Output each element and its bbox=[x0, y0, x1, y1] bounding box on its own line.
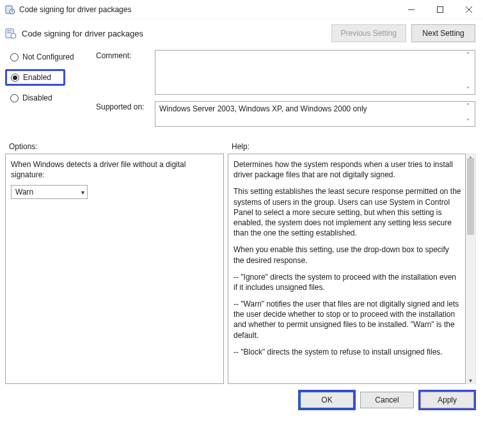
radio-icon bbox=[11, 74, 19, 82]
signature-action-select[interactable]: Warn ▾ bbox=[11, 185, 88, 199]
app-icon bbox=[5, 4, 15, 15]
radio-not-configured[interactable]: Not Configured bbox=[8, 51, 96, 63]
svg-rect-3 bbox=[437, 6, 443, 12]
supported-on-field: Windows Server 2003, Windows XP, and Win… bbox=[155, 101, 475, 127]
comment-label: Comment: bbox=[96, 50, 155, 95]
section-labels: Options: Help: bbox=[0, 138, 483, 154]
window-controls bbox=[397, 0, 483, 19]
help-heading: Help: bbox=[232, 142, 249, 151]
header: Code signing for driver packages Previou… bbox=[0, 19, 483, 50]
radio-icon bbox=[10, 53, 19, 61]
scroll-thumb[interactable] bbox=[467, 158, 474, 235]
radio-disabled[interactable]: Disabled bbox=[8, 92, 96, 104]
options-heading: Options: bbox=[9, 142, 232, 151]
supported-label: Supported on: bbox=[96, 101, 155, 127]
help-paragraph: -- "Block" directs the system to refuse … bbox=[234, 347, 461, 357]
help-paragraph: When you enable this setting, use the dr… bbox=[234, 244, 461, 265]
previous-setting-button[interactable]: Previous Setting bbox=[331, 24, 406, 42]
help-panel-wrap: Determines how the system responds when … bbox=[228, 154, 476, 384]
dialog-footer: OK Cancel Apply bbox=[0, 384, 483, 408]
top-fields: Comment: ˄ ˅ Supported on: Windows Serve… bbox=[96, 50, 475, 133]
window-title: Code signing for driver packages bbox=[19, 5, 397, 14]
help-scrollbar[interactable]: ▴ ▾ bbox=[466, 154, 476, 384]
scroll-down-icon[interactable]: ˅ bbox=[464, 86, 473, 93]
scroll-up-icon[interactable]: ˄ bbox=[464, 52, 473, 58]
panels: When Windows detects a driver file witho… bbox=[0, 154, 483, 384]
radio-enabled[interactable]: Enabled bbox=[5, 69, 65, 86]
titlebar: Code signing for driver packages bbox=[0, 0, 483, 19]
radio-icon bbox=[10, 94, 19, 102]
scroll-up-icon[interactable]: ˄ bbox=[464, 103, 473, 109]
help-paragraph: This setting establishes the least secur… bbox=[234, 186, 461, 238]
help-paragraph: Determines how the system responds when … bbox=[234, 159, 461, 180]
scroll-down-icon[interactable]: ˅ bbox=[464, 118, 473, 125]
maximize-button[interactable] bbox=[425, 0, 454, 19]
supported-value: Windows Server 2003, Windows XP, and Win… bbox=[159, 104, 367, 113]
options-panel: When Windows detects a driver file witho… bbox=[5, 154, 224, 384]
select-value: Warn bbox=[15, 188, 33, 196]
comment-input[interactable]: ˄ ˅ bbox=[155, 50, 475, 95]
radio-label: Not Configured bbox=[22, 52, 74, 61]
ok-button[interactable]: OK bbox=[300, 392, 354, 408]
svg-point-9 bbox=[11, 33, 16, 38]
help-paragraph: -- "Warn" notifies the user that files a… bbox=[234, 299, 461, 340]
page-title: Code signing for driver packages bbox=[22, 29, 326, 38]
help-paragraph: -- "Ignore" directs the system to procee… bbox=[234, 272, 461, 292]
radio-label: Enabled bbox=[23, 73, 51, 82]
cancel-button[interactable]: Cancel bbox=[360, 392, 414, 408]
options-detect-label: When Windows detects a driver file witho… bbox=[11, 159, 218, 180]
close-button[interactable] bbox=[454, 0, 483, 19]
policy-icon bbox=[5, 28, 17, 39]
scroll-down-icon[interactable]: ▾ bbox=[466, 377, 475, 384]
radio-label: Disabled bbox=[22, 93, 52, 102]
help-panel: Determines how the system responds when … bbox=[228, 154, 466, 384]
apply-button[interactable]: Apply bbox=[420, 392, 474, 408]
state-radio-group: Not Configured Enabled Disabled bbox=[8, 50, 96, 133]
minimize-button[interactable] bbox=[397, 0, 425, 19]
chevron-down-icon: ▾ bbox=[81, 189, 84, 196]
next-setting-button[interactable]: Next Setting bbox=[411, 24, 475, 42]
top-section: Not Configured Enabled Disabled Comment:… bbox=[0, 50, 483, 138]
